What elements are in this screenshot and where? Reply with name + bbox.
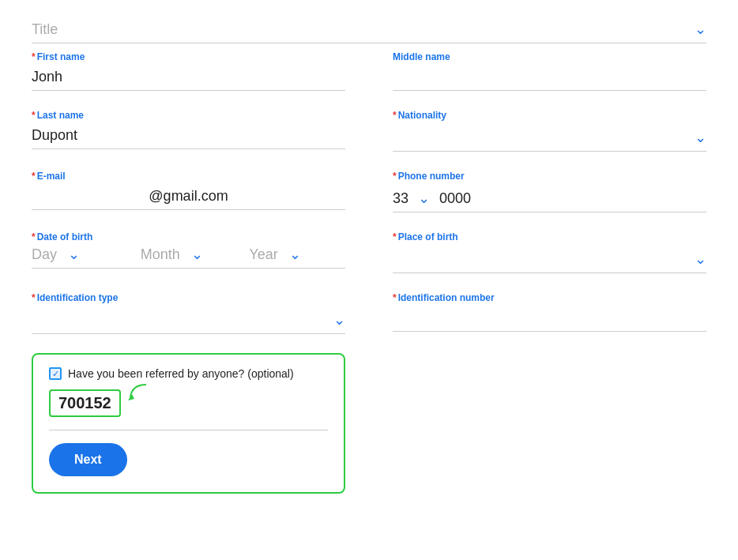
last-name-label: *Last name [32, 110, 345, 121]
dob-month-select[interactable]: Month ⌄ [141, 246, 237, 263]
nationality-value [393, 130, 397, 146]
id-number-label: *Identification number [393, 292, 706, 303]
middle-name-field: Middle name [393, 51, 706, 91]
arrow-annotation-icon [124, 383, 148, 402]
email-value[interactable]: @gmail.com [32, 185, 345, 210]
phone-code-chevron-icon: ⌄ [418, 190, 430, 207]
dob-day-select[interactable]: Day ⌄ [32, 246, 128, 263]
next-button[interactable]: Next [49, 443, 127, 476]
dob-year-chevron-icon: ⌄ [289, 246, 301, 263]
middle-name-value[interactable] [393, 66, 706, 91]
place-of-birth-chevron-icon: ⌄ [695, 250, 706, 268]
nationality-field: *Nationality ⌄ [393, 110, 706, 152]
id-number-value[interactable] [393, 306, 706, 332]
dob-year-select[interactable]: Year ⌄ [249, 246, 345, 263]
phone-code-select[interactable]: 33 ⌄ [393, 190, 430, 207]
dob-field: *Date of birth Day ⌄ Month ⌄ Year ⌄ [32, 231, 345, 273]
id-type-value [32, 313, 35, 327]
phone-field: *Phone number 33 ⌄ 0000 [393, 171, 706, 212]
title-select[interactable]: Title ⌄ [32, 16, 706, 43]
last-name-field: *Last name Dupont [32, 110, 345, 152]
phone-number-value[interactable]: 0000 [439, 190, 706, 207]
title-value: Title [32, 21, 58, 38]
place-of-birth-field: *Place of birth ⌄ [393, 231, 706, 273]
id-type-chevron-icon: ⌄ [333, 311, 345, 329]
email-field: *E-mail @gmail.com [32, 171, 345, 212]
first-name-value[interactable]: Jonh [32, 66, 345, 91]
middle-name-label: Middle name [393, 51, 706, 62]
id-type-field: *Identification type ⌄ [32, 292, 345, 334]
dob-label: *Date of birth [32, 231, 345, 242]
referral-checkbox-row: ✓ Have you been referred by anyone? (opt… [49, 367, 328, 380]
phone-row: 33 ⌄ 0000 [393, 185, 706, 212]
referral-section: ✓ Have you been referred by anyone? (opt… [32, 353, 345, 494]
dob-month-chevron-icon: ⌄ [191, 246, 203, 263]
nationality-label: *Nationality [393, 110, 706, 121]
dob-day-chevron-icon: ⌄ [68, 246, 80, 263]
id-type-label: *Identification type [32, 292, 345, 303]
first-name-label: *First name [32, 51, 345, 62]
dob-row: Day ⌄ Month ⌄ Year ⌄ [32, 246, 345, 269]
id-type-select[interactable]: ⌄ [32, 306, 345, 334]
referral-label: Have you been referred by anyone? (optio… [68, 367, 294, 380]
place-of-birth-select[interactable]: ⌄ [393, 246, 706, 273]
email-label: *E-mail [32, 171, 345, 182]
phone-code-value: 33 [393, 190, 409, 207]
last-name-value[interactable]: Dupont [32, 124, 345, 149]
phone-label: *Phone number [393, 171, 706, 182]
dob-month-placeholder: Month [141, 246, 180, 263]
title-chevron-icon: ⌄ [695, 21, 706, 38]
referral-checkbox[interactable]: ✓ [49, 367, 62, 380]
first-name-field: *First name Jonh [32, 51, 345, 91]
place-of-birth-label: *Place of birth [393, 231, 706, 242]
referral-code-value[interactable]: 700152 [49, 389, 121, 417]
bottom-right-placeholder [393, 353, 706, 494]
checkmark-icon: ✓ [52, 369, 59, 379]
place-of-birth-value [393, 251, 397, 268]
dob-year-placeholder: Year [249, 246, 277, 263]
nationality-chevron-icon: ⌄ [695, 129, 706, 146]
dob-day-placeholder: Day [32, 246, 57, 263]
id-number-field: *Identification number [393, 292, 706, 334]
nationality-select[interactable]: ⌄ [393, 124, 706, 152]
